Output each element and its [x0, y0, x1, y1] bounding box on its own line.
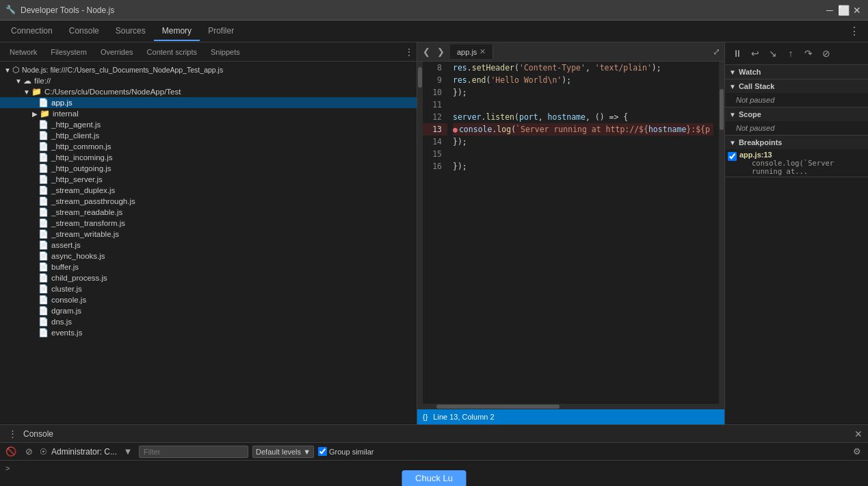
scope-label: Scope — [739, 110, 761, 118]
editor-tab-close[interactable]: ✕ — [479, 47, 486, 56]
tree-file-appjs[interactable]: 📄 app.js — [0, 97, 417, 108]
group-similar-checkbox[interactable] — [318, 447, 327, 456]
step-over-button[interactable]: ↩ — [747, 45, 763, 62]
tab-sources[interactable]: Sources — [107, 22, 154, 41]
console-context-expand[interactable]: ▼ — [121, 445, 135, 459]
breakpoints-header[interactable]: ▼ Breakpoints — [725, 136, 868, 149]
list-item[interactable]: 📄events.js — [0, 327, 417, 338]
folder-icon-internal: 📁 — [40, 109, 50, 118]
tree-file-label: _http_agent.js — [51, 120, 101, 129]
code-line: res.setHeader('Content-Type', 'text/plai… — [453, 62, 713, 74]
list-item[interactable]: 📄dgram.js — [0, 305, 417, 316]
console-close-button[interactable]: ✕ — [854, 429, 863, 439]
watch-header[interactable]: ▼ Watch — [725, 65, 868, 79]
list-item[interactable]: 📄cluster.js — [0, 283, 417, 294]
console-filter-input[interactable] — [139, 446, 248, 458]
list-item[interactable]: 📄_stream_passthrough.js — [0, 196, 417, 207]
tree-folder[interactable]: ▼ 📁 C:/Users/clu/Documents/NodeApp/Test — [0, 86, 417, 97]
scope-header[interactable]: ▼ Scope — [725, 107, 868, 121]
more-subtabs-button[interactable]: ⋮ — [404, 47, 414, 57]
maximize-button[interactable]: ⬜ — [838, 5, 849, 16]
tree-file-label: console.js — [51, 296, 86, 304]
tree-folder-internal[interactable]: ▶ 📁 internal — [0, 108, 417, 119]
pause-resume-button[interactable]: ⏸ — [729, 45, 746, 62]
file-icon: 📄 — [38, 306, 49, 316]
editor-vscroll-left[interactable] — [417, 62, 423, 404]
tree-root[interactable]: ▼ ⬡ Node.js: file:///C:/Users_clu_Docume… — [0, 64, 417, 75]
subtab-content-scripts[interactable]: Content scripts — [140, 45, 204, 59]
minimize-button[interactable]: ─ — [824, 5, 835, 16]
list-item[interactable]: 📄_http_server.js — [0, 174, 417, 185]
file-icon: 📄 — [38, 164, 49, 173]
list-item[interactable]: 📄_stream_readable.js — [0, 207, 417, 218]
list-item[interactable]: 📄_http_agent.js — [0, 119, 417, 130]
console-more-button[interactable]: ⋮ — [5, 427, 19, 441]
editor-forward-button[interactable]: ❯ — [434, 45, 447, 58]
line-number-gutter: 8 9 10 11 12 13 14 15 16 — [423, 62, 447, 404]
list-item[interactable]: 📄dns.js — [0, 316, 417, 327]
list-item[interactable]: 📄_http_client.js — [0, 130, 417, 141]
editor-expand-button[interactable]: ⤢ — [709, 47, 724, 57]
code-line — [453, 99, 713, 111]
tree-cloud[interactable]: ▼ ☁ file:// — [0, 75, 417, 86]
tab-console[interactable]: Console — [61, 22, 107, 41]
tree-file-label: _http_outgoing.js — [51, 164, 111, 172]
list-item[interactable]: 📄child_process.js — [0, 272, 417, 283]
editor-panel: ❮ ❯ app.js ✕ ⤢ 8 9 10 11 12 13 1 — [417, 42, 724, 424]
subtab-overrides[interactable]: Overrides — [94, 45, 140, 59]
tree-arrow-folder: ▼ — [22, 88, 31, 96]
file-icon: 📄 — [38, 273, 49, 283]
level-chevron: ▼ — [303, 448, 311, 456]
tree-arrow-root: ▼ — [3, 66, 12, 74]
editor-hscroll-bar[interactable] — [417, 404, 724, 409]
code-editor-area[interactable]: 8 9 10 11 12 13 14 15 16 res.setHeader('… — [417, 62, 724, 404]
folder-icon: 📁 — [31, 87, 42, 97]
list-item[interactable]: 📄console.js — [0, 294, 417, 305]
tab-connection[interactable]: Connection — [3, 22, 61, 41]
subtab-snippets[interactable]: Snippets — [204, 45, 247, 59]
editor-tab-appjs[interactable]: app.js ✕ — [450, 44, 493, 59]
tree-arrow-cloud: ▼ — [14, 77, 23, 85]
editor-footer: {} Line 13, Column 2 — [417, 409, 724, 424]
tab-profiler[interactable]: Profiler — [200, 22, 242, 41]
editor-vscroll-right[interactable] — [719, 62, 724, 404]
call-stack-header[interactable]: ▼ Call Stack — [725, 79, 868, 93]
breakpoint-checkbox[interactable] — [728, 152, 737, 161]
list-item[interactable]: 📄_http_incoming.js — [0, 152, 417, 163]
subtab-filesystem[interactable]: Filesystem — [44, 45, 94, 59]
file-icon: 📄 — [38, 142, 49, 151]
clear-console-button[interactable]: 🚫 — [4, 445, 18, 459]
tree-arrow-internal: ▶ — [30, 110, 40, 118]
list-item[interactable]: 📄assert.js — [0, 240, 417, 251]
tab-memory[interactable]: Memory — [154, 22, 200, 41]
list-item[interactable]: 📄buffer.js — [0, 261, 417, 272]
watermark: Chuck Lu — [402, 470, 466, 486]
code-content[interactable]: res.setHeader('Content-Type', 'text/plai… — [447, 62, 719, 404]
deactivate-breakpoints-button[interactable]: ⊘ — [818, 45, 834, 62]
console-level-select[interactable]: Default levels ▼ — [252, 446, 314, 458]
subtab-network[interactable]: Network — [3, 45, 44, 59]
list-item[interactable]: 📄_stream_transform.js — [0, 218, 417, 229]
list-item[interactable]: 📄_stream_writable.js — [0, 229, 417, 240]
editor-tab-bar: ❮ ❯ app.js ✕ ⤢ — [417, 42, 724, 62]
tree-folder-internal-label: internal — [53, 110, 79, 118]
list-item[interactable]: 📄async_hooks.js — [0, 251, 417, 261]
close-button[interactable]: ✕ — [852, 5, 863, 16]
editor-back-button[interactable]: ❮ — [420, 45, 433, 58]
step-into-button[interactable]: ↘ — [765, 45, 781, 62]
tree-file-label: _stream_writable.js — [51, 230, 119, 238]
tree-filename-appjs: app.js — [51, 99, 73, 107]
console-settings-button[interactable]: ⚙ — [850, 446, 864, 457]
step-out-button[interactable]: ↑ — [782, 45, 799, 62]
title-bar: 🔧 Developer Tools - Node.js ─ ⬜ ✕ — [0, 0, 868, 21]
list-item[interactable]: 📄_http_outgoing.js — [0, 163, 417, 174]
console-filter-toggle[interactable]: ⊘ — [22, 445, 36, 459]
list-item[interactable]: 📄_stream_duplex.js — [0, 185, 417, 196]
more-tabs-button[interactable]: ⋮ — [843, 25, 865, 38]
group-similar-label[interactable]: Group similar — [318, 447, 373, 456]
step-button[interactable]: ↷ — [800, 45, 817, 62]
list-item[interactable]: 📄_http_common.js — [0, 141, 417, 152]
editor-position: Line 13, Column 2 — [433, 413, 494, 421]
tree-file-label: child_process.js — [51, 274, 107, 282]
file-icon-appjs: 📄 — [38, 98, 49, 107]
